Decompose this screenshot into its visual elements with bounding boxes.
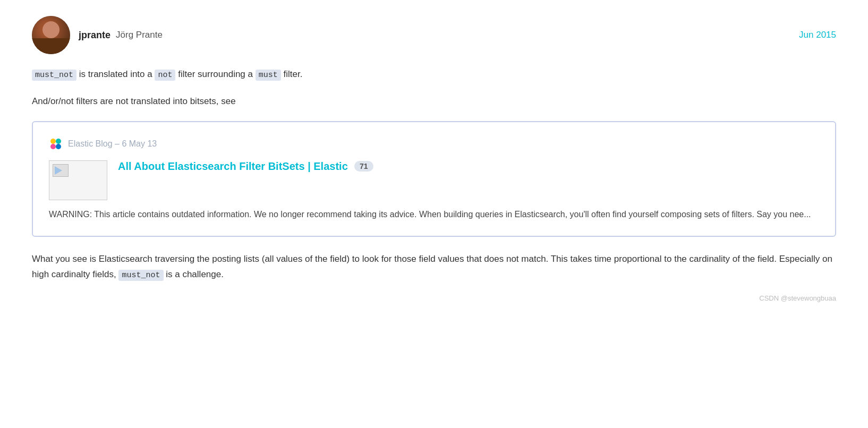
link-card-title[interactable]: All About Elasticsearch Filter BitSets |… bbox=[118, 160, 819, 173]
link-card-title-area: All About Elasticsearch Filter BitSets |… bbox=[118, 160, 819, 173]
paragraph-2: And/or/not filters are not translated in… bbox=[32, 94, 836, 109]
watermark: CSDN @stevewongbuaa bbox=[32, 294, 836, 302]
code-must-not-1: must_not bbox=[32, 70, 76, 81]
display-name: Jörg Prante bbox=[116, 30, 163, 40]
source-label: Elastic Blog – 6 May 13 bbox=[68, 139, 157, 149]
svg-point-0 bbox=[50, 139, 56, 144]
link-card-thumbnail bbox=[49, 160, 107, 200]
para3-after: is a challenge. bbox=[166, 269, 224, 279]
svg-point-2 bbox=[50, 144, 56, 149]
post-date: Jun 2015 bbox=[799, 30, 836, 40]
user-info: jprante Jörg Prante bbox=[79, 30, 163, 41]
link-card-main: All About Elasticsearch Filter BitSets |… bbox=[49, 160, 819, 200]
avatar bbox=[32, 16, 70, 54]
post-header: jprante Jörg Prante Jun 2015 bbox=[32, 16, 836, 54]
para2-text: And/or/not filters are not translated in… bbox=[32, 96, 236, 106]
para1-mid2: filter surrounding a bbox=[178, 69, 256, 79]
svg-point-3 bbox=[56, 144, 61, 149]
para1-end: filter. bbox=[283, 69, 302, 79]
link-card-source: Elastic Blog – 6 May 13 bbox=[49, 137, 819, 151]
svg-point-1 bbox=[56, 139, 61, 144]
link-card[interactable]: Elastic Blog – 6 May 13 All About Elasti… bbox=[32, 121, 836, 237]
link-card-description: WARNING: This article contains outdated … bbox=[49, 208, 819, 221]
paragraph-3: What you see is Elasticsearch traversing… bbox=[32, 252, 836, 283]
link-card-title-text: All About Elasticsearch Filter BitSets |… bbox=[118, 160, 348, 173]
elastic-logo-icon bbox=[49, 137, 63, 151]
paragraph-1: must_not is translated into a not filter… bbox=[32, 67, 836, 82]
code-not: not bbox=[155, 70, 175, 81]
code-must: must bbox=[256, 70, 281, 81]
code-must-not-2: must_not bbox=[118, 270, 163, 281]
post-header-left: jprante Jörg Prante bbox=[32, 16, 163, 54]
username[interactable]: jprante bbox=[79, 30, 110, 41]
content-area: must_not is translated into a not filter… bbox=[32, 67, 836, 283]
watermark-text: CSDN @stevewongbuaa bbox=[759, 294, 836, 302]
para1-mid1: is translated into a bbox=[79, 69, 155, 79]
avatar-image bbox=[32, 16, 70, 54]
link-card-count-badge: 71 bbox=[354, 161, 373, 172]
